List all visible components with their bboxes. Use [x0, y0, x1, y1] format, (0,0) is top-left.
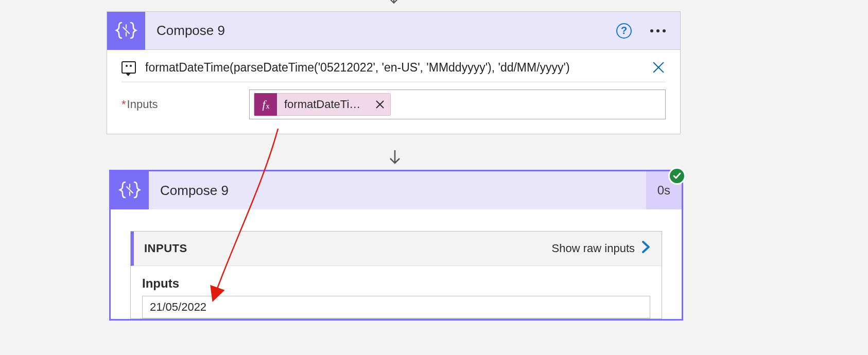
compose-icon-tile — [107, 12, 145, 50]
more-menu-button[interactable] — [650, 29, 666, 32]
flow-connector-arrow-middle — [387, 150, 403, 169]
inputs-parameter-row: *Inputs fx formatDateTim… — [107, 82, 680, 134]
compose-icon-tile — [111, 171, 149, 209]
success-badge-icon — [668, 167, 686, 185]
inputs-panel-title: INPUTS — [144, 242, 187, 255]
remove-token-button[interactable] — [376, 100, 384, 109]
braces-icon — [115, 21, 137, 41]
card-title[interactable]: Compose 9 — [145, 23, 616, 39]
card-title[interactable]: Compose 9 — [149, 183, 646, 199]
card-header-result[interactable]: Compose 9 0s — [111, 171, 682, 209]
help-icon[interactable]: ? — [616, 23, 632, 39]
comment-text: formatDateTime(parseDateTime('05212022',… — [145, 61, 642, 75]
compose-action-card-designer[interactable]: Compose 9 ? formatDateTime(parseDateTime… — [107, 11, 681, 134]
show-raw-inputs-label: Show raw inputs — [552, 242, 635, 255]
inputs-panel-header: INPUTS Show raw inputs — [131, 232, 662, 266]
delete-comment-button[interactable] — [651, 60, 666, 75]
fx-icon: fx — [254, 93, 277, 116]
flow-connector-arrow-top — [387, 0, 401, 8]
chevron-right-icon — [641, 240, 651, 257]
expression-token-label: formatDateTim… — [277, 98, 375, 111]
action-comment-row: formatDateTime(parseDateTime('05212022',… — [107, 50, 680, 82]
inputs-label-text: Inputs — [127, 98, 158, 111]
expression-token[interactable]: fx formatDateTim… — [254, 93, 391, 116]
show-raw-inputs-button[interactable]: Show raw inputs — [552, 240, 651, 257]
result-value-box: 21/05/2022 — [142, 296, 650, 318]
braces-icon — [118, 181, 141, 200]
card-header[interactable]: Compose 9 ? — [107, 12, 680, 50]
compose-action-card-result[interactable]: Compose 9 0s INPUTS Show raw inputs Inpu… — [109, 170, 683, 321]
comment-icon — [121, 61, 136, 74]
inputs-result-panel: INPUTS Show raw inputs Inputs 21/05/2022 — [130, 231, 662, 319]
result-field-label: Inputs — [142, 276, 650, 291]
inputs-parameter-label: *Inputs — [121, 98, 249, 111]
inputs-field[interactable]: fx formatDateTim… — [249, 90, 666, 119]
